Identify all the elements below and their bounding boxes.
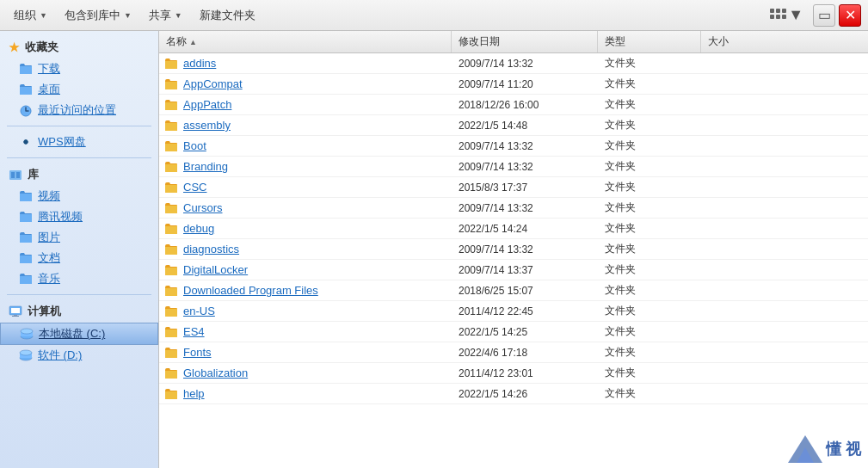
sidebar-item-documents[interactable]: 文档 [0,248,158,268]
file-name: assembly [159,119,452,132]
sidebar-item-pictures[interactable]: 图片 [0,227,158,248]
window-close-button[interactable]: ✕ [839,4,861,27]
new-folder-button[interactable]: 新建文件夹 [193,4,262,27]
file-name: Branding [159,160,452,174]
view-button[interactable]: ▼ [763,2,810,28]
svg-rect-1 [776,9,780,13]
table-row[interactable]: AppCompat 2009/7/14 11:20 文件夹 [159,74,868,95]
file-date: 2022/4/6 17:18 [452,347,598,359]
table-row[interactable]: Branding 2009/7/14 13:32 文件夹 [159,157,868,177]
wps-section: WPS网盘 [0,132,158,152]
table-row[interactable]: en-US 2011/4/12 22:45 文件夹 [159,301,868,322]
sidebar-item-local-disk[interactable]: 本地磁盘 (C:) [0,323,158,345]
sidebar: ★ 收藏夹 下载 桌面 最近访问的位置 WPS网盘 [0,31,159,468]
col-name-label: 名称 [166,34,187,49]
file-type: 文件夹 [598,345,701,360]
library-section: 库 视频 腾讯视频 图片 文档 音乐 [0,163,158,289]
sort-arrow-icon: ▲ [189,38,197,46]
file-date: 2009/7/14 13:32 [452,243,598,256]
sidebar-item-download[interactable]: 下载 [0,58,158,79]
wps-icon [19,135,33,149]
svg-rect-14 [12,316,19,317]
folder-icon [19,231,33,244]
table-row[interactable]: DigitalLocker 2009/7/14 13:37 文件夹 [159,260,868,280]
folder-icon [164,263,178,277]
folder-icon [164,57,178,71]
file-name: DigitalLocker [159,263,452,277]
star-icon: ★ [9,40,20,54]
col-type-header[interactable]: 类型 [598,31,701,52]
table-row[interactable]: Downloaded Program Files 2018/6/25 15:07… [159,280,868,301]
col-type-label: 类型 [605,34,625,49]
file-date: 2009/7/14 11:20 [452,78,598,90]
soft-disk-label: 软件 (D:) [38,348,82,363]
table-row[interactable]: Fonts 2022/4/6 17:18 文件夹 [159,342,868,363]
sidebar-item-recent[interactable]: 最近访问的位置 [0,100,158,120]
favorites-section: ★ 收藏夹 下载 桌面 最近访问的位置 [0,36,158,120]
file-date: 2022/1/5 14:25 [452,326,598,338]
file-type: 文件夹 [598,180,701,194]
table-row[interactable]: help 2022/1/5 14:26 文件夹 [159,384,868,404]
file-date: 2022/1/5 14:48 [452,120,598,132]
table-row[interactable]: AppPatch 2018/12/26 16:00 文件夹 [159,95,868,115]
table-row[interactable]: Boot 2009/7/14 13:32 文件夹 [159,136,868,157]
svg-rect-5 [782,15,786,19]
file-name: Cursors [159,201,452,215]
table-row[interactable]: Cursors 2009/7/14 13:32 文件夹 [159,198,868,219]
table-row[interactable]: assembly 2022/1/5 14:48 文件夹 [159,115,868,136]
file-name: Fonts [159,346,452,360]
include-arrow-icon: ▼ [124,11,132,20]
video-label: 视频 [38,188,60,204]
view-arrow-icon: ▼ [788,6,803,24]
folder-icon [164,222,178,236]
table-row[interactable]: addins 2009/7/14 13:32 文件夹 [159,53,868,74]
include-button[interactable]: 包含到库中 ▼ [58,4,139,27]
watermark-text: 懂 视 [826,439,861,459]
sidebar-item-wps[interactable]: WPS网盘 [0,132,158,152]
svg-rect-12 [11,308,20,313]
folder-icon [19,189,33,203]
col-date-label: 修改日期 [459,34,500,49]
table-row[interactable]: debug 2022/1/5 14:24 文件夹 [159,219,868,239]
divider-3 [7,294,151,295]
file-type: 文件夹 [598,262,701,277]
file-name: diagnostics [159,243,452,256]
file-date: 2015/8/3 17:37 [452,182,598,194]
organize-button[interactable]: 组织 ▼ [7,4,54,27]
file-name: CSC [159,181,452,194]
folder-icon [164,284,178,298]
sidebar-item-tencent-video[interactable]: 腾讯视频 [0,206,158,227]
col-size-header[interactable]: 大小 [701,31,868,52]
col-name-header[interactable]: 名称 ▲ [159,31,452,52]
file-date: 2009/7/14 13:32 [452,58,598,70]
file-type: 文件夹 [598,304,701,318]
share-button[interactable]: 共享 ▼ [142,4,189,27]
sidebar-item-music[interactable]: 音乐 [0,268,158,289]
sidebar-item-video[interactable]: 视频 [0,186,158,206]
file-area: 名称 ▲ 修改日期 类型 大小 addins 2009/7/14 13 [159,31,868,468]
table-row[interactable]: Globalization 2011/4/12 23:01 文件夹 [159,363,868,384]
file-name: AppCompat [159,77,452,91]
file-type: 文件夹 [598,242,701,256]
favorites-header: ★ 收藏夹 [0,36,158,58]
main-area: ★ 收藏夹 下载 桌面 最近访问的位置 WPS网盘 [0,31,868,468]
local-disk-label: 本地磁盘 (C:) [39,326,105,342]
library-icon [9,168,22,182]
folder-icon [164,119,178,132]
table-row[interactable]: ES4 2022/1/5 14:25 文件夹 [159,322,868,342]
folder-icon [19,210,33,224]
tencent-video-label: 腾讯视频 [38,209,83,225]
table-row[interactable]: CSC 2015/8/3 17:37 文件夹 [159,177,868,198]
computer-icon [9,305,22,318]
sidebar-item-desktop[interactable]: 桌面 [0,79,158,100]
sidebar-item-soft-disk[interactable]: 软件 (D:) [0,345,158,366]
col-date-header[interactable]: 修改日期 [452,31,598,52]
table-row[interactable]: diagnostics 2009/7/14 13:32 文件夹 [159,239,868,260]
file-name: help [159,387,452,401]
file-type: 文件夹 [598,159,701,174]
file-type: 文件夹 [598,118,701,132]
file-type: 文件夹 [598,221,701,236]
folder-icon [19,62,33,76]
window-restore-button[interactable]: ▭ [813,4,835,27]
new-folder-label: 新建文件夹 [200,8,255,23]
